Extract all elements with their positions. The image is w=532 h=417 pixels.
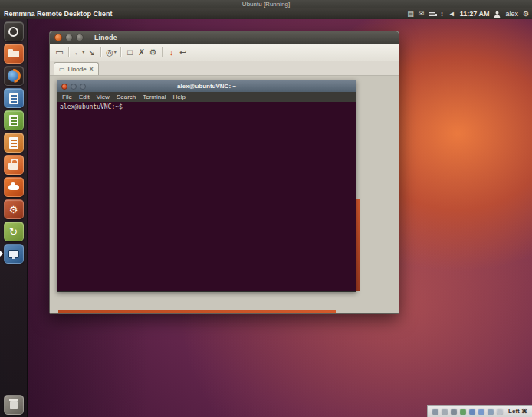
toolbar-separator	[68, 47, 69, 57]
input-indicator-icon[interactable]: ▤	[407, 8, 414, 19]
top-panel: Remmina Remote Desktop Client ▤ ✉ ↕ ◄ 11…	[0, 8, 532, 19]
launcher-item-system-settings[interactable]: ⚙	[4, 199, 24, 219]
menu-file[interactable]: File	[62, 94, 72, 100]
send-keys-icon[interactable]: ↓	[166, 44, 177, 61]
menu-help[interactable]: Help	[172, 94, 185, 100]
impress-doc-icon	[9, 137, 18, 149]
user-icon	[494, 11, 501, 18]
window-title: Linode	[94, 34, 117, 41]
optical-disc-icon[interactable]	[442, 409, 448, 415]
menu-edit[interactable]: Edit	[79, 94, 90, 100]
launcher-item-trash[interactable]	[4, 395, 24, 415]
mouse-icon[interactable]	[497, 409, 503, 415]
toolbar-separator	[162, 47, 163, 57]
settings-icon[interactable]: ⚙	[147, 44, 159, 61]
shell-prompt: alex@ubuntuVNC:~$	[60, 103, 123, 110]
shared-folders-icon[interactable]	[478, 409, 484, 415]
chevron-down-icon[interactable]: ▾	[82, 44, 85, 61]
firefox-icon	[8, 70, 20, 82]
folder-icon	[8, 51, 19, 57]
vnc-remote-desktop[interactable]: alex@ubuntuVNC: ~ File Edit View Search …	[50, 76, 399, 314]
launcher-item-libreoffice-impress[interactable]	[4, 133, 24, 153]
refresh-icon: ↻	[9, 227, 18, 237]
username-label[interactable]: alex	[505, 10, 518, 18]
launcher-item-remmina[interactable]	[4, 244, 24, 264]
terminal-title: alex@ubuntuVNC: ~	[177, 83, 236, 90]
unity-launcher: ⚙ ↻	[0, 19, 28, 417]
network-icon[interactable]: ↕	[440, 8, 444, 19]
terminal-titlebar[interactable]: alex@ubuntuVNC: ~	[57, 80, 356, 92]
vbox-statusbar: Left ⌘	[427, 405, 532, 417]
appmenu-title[interactable]: Remmina Remote Desktop Client	[4, 10, 113, 18]
indicator-area: ▤ ✉ ↕ ◄ 11:27 AM alex ⚙	[407, 8, 529, 19]
terminal-maximize-button[interactable]	[80, 84, 86, 90]
shopping-bag-icon	[8, 163, 18, 170]
toolbar-separator	[100, 47, 101, 57]
usb-icon[interactable]	[469, 409, 475, 415]
display-icon[interactable]: ▭	[54, 44, 65, 61]
menu-terminal[interactable]: Terminal	[143, 94, 166, 100]
mail-icon[interactable]: ✉	[419, 8, 425, 19]
running-indicator-arrow	[0, 251, 3, 257]
launcher-item-libreoffice-writer[interactable]	[4, 88, 24, 108]
remmina-window: Linode ▭ ← ▾ ↘ ◎ ▾ □ ✗ ⚙ ↓ ↩ ▭ Linode ×	[49, 31, 399, 314]
fullscreen-icon[interactable]: □	[124, 44, 136, 61]
launcher-item-ubuntu-one[interactable]	[4, 177, 24, 197]
maximize-button[interactable]	[76, 34, 84, 41]
launcher-item-libreoffice-calc[interactable]	[4, 110, 24, 130]
disconnect-icon[interactable]: ↩	[177, 44, 189, 61]
battery-icon[interactable]	[429, 12, 435, 16]
writer-doc-icon	[9, 93, 18, 104]
remmina-titlebar[interactable]: Linode	[50, 31, 399, 44]
dash-home-button[interactable]	[4, 21, 24, 41]
volume-icon[interactable]: ◄	[448, 8, 455, 19]
remote-wallpaper-strip-bottom	[58, 310, 336, 314]
tab-label: Linode	[68, 66, 87, 73]
clock[interactable]: 11:27 AM	[460, 10, 490, 18]
chevron-down-icon[interactable]: ▾	[114, 44, 117, 61]
trash-icon	[10, 401, 18, 409]
cloud-icon	[8, 185, 19, 190]
remmina-tabbar: ▭ Linode ×	[50, 61, 399, 76]
menu-search[interactable]: Search	[117, 94, 136, 100]
terminal-body[interactable]: alex@ubuntuVNC:~$	[57, 102, 356, 291]
terminal-minimize-button[interactable]	[71, 84, 77, 90]
virtualbox-window: { "colors": { "wallpaper_accent": "#c95b…	[0, 0, 532, 417]
launcher-item-update-manager[interactable]: ↻	[4, 222, 24, 241]
launcher-item-firefox[interactable]	[4, 66, 24, 86]
host-key-label: Left ⌘	[508, 408, 527, 415]
session-gear-icon[interactable]: ⚙	[523, 8, 529, 19]
tab-linode[interactable]: ▭ Linode ×	[54, 62, 99, 75]
launcher-item-home-folder[interactable]	[4, 44, 24, 64]
display-icon[interactable]	[488, 409, 494, 415]
close-button[interactable]	[54, 34, 62, 41]
network-icon[interactable]	[460, 409, 466, 415]
remmina-toolbar: ▭ ← ▾ ↘ ◎ ▾ □ ✗ ⚙ ↓ ↩	[50, 44, 399, 61]
calc-doc-icon	[9, 115, 18, 126]
scale-icon[interactable]: ↘	[86, 44, 97, 61]
terminal-window: alex@ubuntuVNC: ~ File Edit View Search …	[57, 80, 356, 292]
vbox-window-title: Ubuntu [Running]	[0, 0, 532, 8]
minimize-button[interactable]	[65, 34, 73, 41]
toolbar-separator	[120, 47, 121, 57]
gear-icon: ⚙	[9, 205, 18, 215]
tab-close-icon[interactable]: ×	[90, 65, 94, 73]
menu-view[interactable]: View	[97, 94, 110, 100]
hdd-icon[interactable]	[432, 409, 438, 415]
remote-desktop-icon	[8, 250, 19, 258]
ubuntu-logo-icon	[8, 27, 18, 37]
tools-icon[interactable]: ✗	[136, 44, 147, 61]
launcher-item-software-center[interactable]	[4, 155, 24, 175]
terminal-menubar: File Edit View Search Terminal Help	[57, 92, 356, 102]
tab-display-icon: ▭	[59, 66, 65, 73]
terminal-close-button[interactable]	[61, 84, 67, 90]
audio-icon[interactable]	[451, 409, 457, 415]
